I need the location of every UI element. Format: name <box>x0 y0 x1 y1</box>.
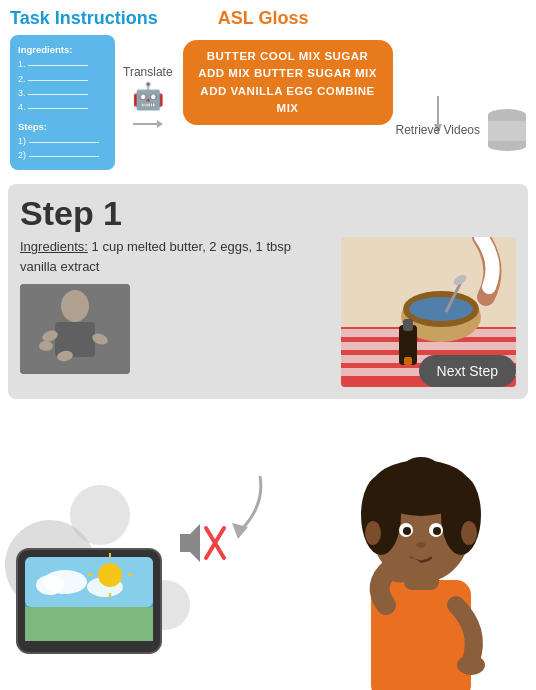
svg-point-49 <box>429 523 443 537</box>
svg-point-19 <box>409 297 473 321</box>
svg-marker-37 <box>180 524 200 562</box>
svg-point-47 <box>399 457 443 493</box>
svg-point-45 <box>361 475 401 555</box>
svg-rect-23 <box>403 319 413 331</box>
svg-point-29 <box>36 575 64 595</box>
svg-point-56 <box>457 655 485 675</box>
recipe-card: Ingredients: 1. 2. 3. 4. Steps: 1) 2) <box>10 35 115 170</box>
tablet-device <box>15 547 163 655</box>
task-instructions-label: Task Instructions <box>10 8 158 29</box>
arrow-right-icon <box>133 116 163 132</box>
robot-icon: 🤖 <box>132 81 164 112</box>
svg-point-55 <box>384 554 425 586</box>
retrieve-videos-section: Retrieve Videos <box>396 109 527 151</box>
svg-rect-42 <box>404 550 439 590</box>
decorative-circle-1 <box>5 520 95 610</box>
retrieve-videos-label: Retrieve Videos <box>396 123 481 137</box>
svg-point-51 <box>433 527 441 535</box>
svg-point-30 <box>87 577 123 597</box>
svg-point-53 <box>365 521 381 545</box>
svg-rect-25 <box>17 549 161 653</box>
svg-point-5 <box>61 290 89 322</box>
svg-point-54 <box>461 521 477 545</box>
database-icon <box>488 109 526 151</box>
ingredients-label: Ingredients: <box>20 239 88 254</box>
svg-point-43 <box>371 473 471 583</box>
svg-rect-6 <box>55 322 95 357</box>
person-illustration <box>316 450 531 690</box>
svg-rect-41 <box>371 580 471 690</box>
svg-rect-24 <box>404 357 412 365</box>
signer-image <box>20 284 130 374</box>
svg-rect-31 <box>25 607 153 641</box>
gloss-box: BUTTER COOL MIX SUGAR ADD MIX BUTTER SUG… <box>183 40 393 125</box>
decorative-circle-3 <box>140 580 190 630</box>
asl-gloss-label: ASL Gloss <box>218 8 309 29</box>
step-title: Step 1 <box>20 194 516 233</box>
step-panel: Step 1 Ingredients: 1 cup melted butter,… <box>8 184 528 399</box>
svg-rect-26 <box>25 557 153 641</box>
recipe-ingredients-label: Ingredients: <box>18 42 107 57</box>
svg-point-46 <box>441 475 481 555</box>
svg-point-32 <box>98 563 122 587</box>
svg-point-48 <box>399 523 413 537</box>
svg-marker-40 <box>232 523 248 539</box>
svg-line-38 <box>206 528 224 558</box>
decorative-circle-2 <box>70 485 130 545</box>
svg-line-39 <box>206 528 224 558</box>
svg-point-28 <box>43 570 87 594</box>
muted-speaker-icon <box>172 518 227 572</box>
step-ingredients: Ingredients: 1 cup melted butter, 2 eggs… <box>20 237 331 276</box>
next-step-button[interactable]: Next Step <box>419 355 516 387</box>
translate-section: Translate 🤖 <box>123 65 173 132</box>
svg-rect-14 <box>341 342 516 350</box>
svg-point-44 <box>371 460 471 516</box>
svg-marker-1 <box>157 120 163 128</box>
svg-point-9 <box>39 341 53 351</box>
translate-label: Translate <box>123 65 173 79</box>
recipe-steps-label: Steps: <box>18 119 107 134</box>
gesture-arrow-icon <box>210 471 270 545</box>
svg-point-52 <box>416 542 426 548</box>
svg-rect-27 <box>25 557 153 607</box>
svg-point-50 <box>403 527 411 535</box>
bottom-area <box>0 450 536 690</box>
